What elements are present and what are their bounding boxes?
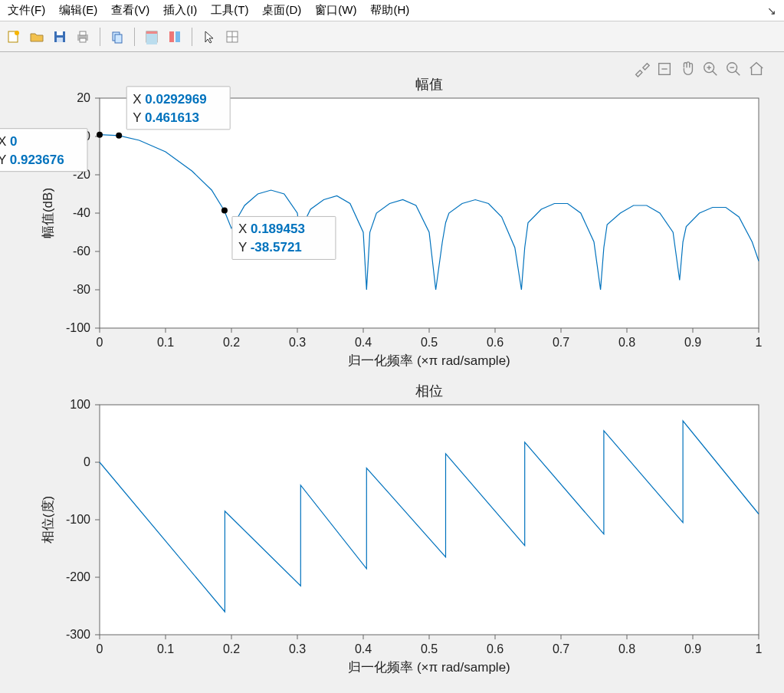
datatip[interactable]: X 0.189453Y -38.5721: [232, 216, 336, 259]
x-tick-label: 0.8: [618, 336, 635, 349]
zoom-in-icon[interactable]: [701, 60, 720, 78]
toolbar-separator: [192, 28, 192, 46]
menu-tools[interactable]: 工具(T): [211, 3, 248, 18]
pan-icon[interactable]: [678, 60, 697, 78]
x-tick-label: 0.6: [487, 642, 504, 655]
svg-text:Y 0.923676: Y 0.923676: [0, 153, 64, 167]
x-tick-label: 0.9: [684, 336, 701, 349]
figure-area: 幅值00.10.20.30.40.50.60.70.80.91-100-80-6…: [0, 52, 784, 693]
svg-line-21: [713, 71, 717, 76]
x-tick-label: 0.5: [421, 336, 438, 349]
svg-text:X 0: X 0: [0, 134, 18, 149]
y-tick-label: -100: [66, 513, 90, 526]
plots: 幅值00.10.20.30.40.50.60.70.80.91-100-80-6…: [0, 52, 784, 693]
x-tick-label: 0.8: [618, 642, 635, 655]
svg-line-25: [736, 71, 740, 76]
copy-figure-button[interactable]: [108, 28, 126, 46]
y-tick-label: 100: [70, 398, 90, 411]
menu-view[interactable]: 查看(V): [111, 3, 149, 18]
svg-text:Y 0.461613: Y 0.461613: [133, 110, 199, 125]
pointer-button[interactable]: [200, 28, 218, 46]
menu-file[interactable]: 文件(F): [8, 3, 45, 18]
datatip-marker[interactable]: [221, 207, 228, 213]
svg-rect-4: [57, 38, 63, 42]
menu-bar: 文件(F) 编辑(E) 查看(V) 插入(I) 工具(T) 桌面(D) 窗口(W…: [0, 0, 784, 21]
x-tick-label: 0.7: [553, 336, 569, 349]
x-tick-label: 0.2: [223, 642, 240, 655]
data-cursor-button[interactable]: [143, 28, 161, 46]
chart-title: 幅值: [415, 77, 443, 92]
save-button[interactable]: [51, 28, 69, 46]
y-tick-label: -60: [73, 245, 90, 258]
x-tick-label: 0.1: [157, 642, 174, 655]
y-tick-label: -100: [66, 321, 90, 334]
rect-zoom-icon[interactable]: [655, 60, 674, 78]
x-tick-label: 0.3: [289, 336, 306, 349]
svg-rect-14: [175, 31, 180, 42]
x-tick-label: 0.7: [553, 642, 569, 655]
plot-edit-button[interactable]: [223, 28, 241, 46]
svg-rect-6: [80, 31, 86, 35]
menu-help[interactable]: 帮助(H): [370, 3, 409, 18]
menu-desktop[interactable]: 桌面(D): [262, 3, 301, 18]
colorbar-button[interactable]: [166, 28, 184, 46]
svg-text:Y -38.5721: Y -38.5721: [238, 240, 302, 255]
x-tick-label: 0.3: [289, 642, 306, 655]
home-icon[interactable]: [747, 60, 766, 78]
y-axis-label: 相位(度): [41, 496, 55, 544]
menu-window[interactable]: 窗口(W): [315, 3, 356, 18]
datatip[interactable]: X 0.0292969Y 0.461613: [126, 87, 230, 130]
svg-rect-9: [115, 34, 122, 43]
svg-rect-3: [57, 31, 63, 35]
x-tick-label: 1: [756, 336, 763, 349]
menu-insert[interactable]: 插入(I): [163, 3, 197, 18]
zoom-out-icon[interactable]: [724, 60, 743, 78]
svg-text:X 0.0292969: X 0.0292969: [133, 92, 206, 107]
dock-arrow-icon[interactable]: ↘: [767, 5, 776, 17]
y-tick-label: -80: [73, 283, 90, 296]
x-tick-label: 0.6: [487, 336, 504, 349]
x-tick-label: 0.5: [421, 642, 438, 655]
x-axis-label: 归一化频率 (×π rad/sample): [348, 353, 510, 368]
menu-edit[interactable]: 编辑(E): [59, 3, 97, 18]
x-tick-label: 0.1: [157, 336, 174, 349]
datatip-marker[interactable]: [97, 132, 103, 138]
y-tick-label: -200: [66, 570, 90, 583]
datatip-marker[interactable]: [116, 133, 122, 139]
x-tick-label: 0: [97, 336, 103, 349]
y-tick-label: 0: [84, 455, 90, 468]
svg-point-1: [15, 31, 19, 35]
open-button[interactable]: [28, 28, 46, 46]
x-tick-label: 0.2: [223, 336, 240, 349]
chart-title: 相位: [415, 383, 443, 399]
y-tick-label: -40: [73, 206, 90, 219]
x-tick-label: 0: [97, 642, 103, 655]
y-tick-label: 20: [77, 91, 90, 104]
axes[interactable]: [100, 405, 759, 635]
svg-rect-11: [146, 31, 157, 34]
brush-icon[interactable]: [632, 60, 651, 78]
axes-toolbar: [632, 60, 766, 78]
new-figure-button[interactable]: [5, 28, 23, 46]
datatip[interactable]: X 0Y 0.923676: [0, 129, 87, 172]
y-tick-label: -300: [66, 628, 90, 641]
toolbar-separator: [100, 28, 100, 46]
figure-toolbar: [0, 21, 784, 52]
toolbar-separator: [134, 28, 135, 46]
svg-rect-13: [169, 31, 174, 42]
x-tick-label: 0.4: [355, 336, 372, 349]
x-tick-label: 1: [756, 642, 763, 655]
x-tick-label: 0.4: [355, 642, 372, 655]
svg-text:X 0.189453: X 0.189453: [238, 222, 305, 236]
y-axis-label: 幅值(dB): [41, 188, 55, 238]
print-button[interactable]: [74, 28, 92, 46]
x-axis-label: 归一化频率 (×π rad/sample): [348, 660, 510, 675]
svg-rect-7: [80, 38, 86, 42]
svg-rect-12: [146, 34, 157, 44]
x-tick-label: 0.9: [684, 642, 701, 655]
